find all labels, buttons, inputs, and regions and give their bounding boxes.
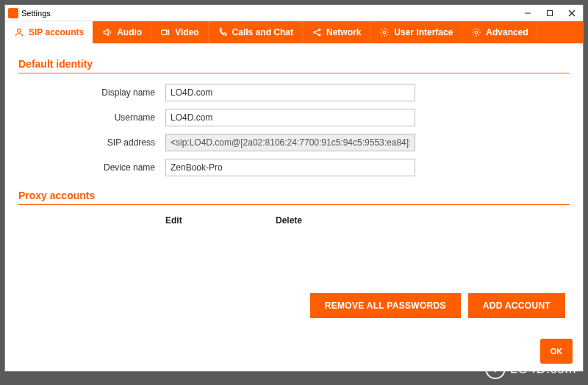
tab-label: Audio xyxy=(117,27,142,37)
tab-audio[interactable]: Audio xyxy=(93,21,151,43)
gear-icon xyxy=(379,27,390,37)
phone-icon xyxy=(218,27,228,37)
user-icon xyxy=(14,27,24,37)
col-delete: Delete xyxy=(276,215,386,226)
input-sip-address[interactable] xyxy=(165,134,415,151)
svg-rect-1 xyxy=(548,10,553,15)
svg-point-9 xyxy=(384,31,387,34)
proxy-table-header: Edit Delete xyxy=(18,215,570,226)
row-username: Username xyxy=(18,109,570,126)
tab-sip-accounts[interactable]: SIP accounts xyxy=(5,21,93,43)
content-area: Default identity Display name Username S… xyxy=(5,43,583,226)
label-sip-address: SIP address xyxy=(18,137,165,148)
section-title-proxy: Proxy accounts xyxy=(18,190,570,201)
tab-label: Calls and Chat xyxy=(232,27,293,37)
label-device-name: Device name xyxy=(18,162,165,173)
tab-video[interactable]: Video xyxy=(151,21,208,43)
section-rule xyxy=(18,73,570,73)
action-buttons: REMOVE ALL PASSWORDS ADD ACCOUNT xyxy=(310,293,565,318)
tab-advanced[interactable]: Advanced xyxy=(462,21,537,43)
col-edit: Edit xyxy=(165,215,276,226)
speaker-icon xyxy=(102,27,112,37)
settings-window: Settings SIP accounts xyxy=(4,4,584,372)
window-title: Settings xyxy=(21,9,51,18)
label-username: Username xyxy=(18,112,165,123)
section-title-identity: Default identity xyxy=(18,58,570,70)
input-username[interactable] xyxy=(165,109,415,126)
remove-all-passwords-button[interactable]: REMOVE ALL PASSWORDS xyxy=(310,293,461,318)
section-rule xyxy=(18,204,570,205)
gear-icon xyxy=(471,27,481,37)
tabs-filler xyxy=(538,21,583,43)
row-display-name: Display name xyxy=(18,84,570,101)
ok-button[interactable]: OK xyxy=(540,339,573,364)
tab-label: Network xyxy=(326,27,361,37)
app-icon xyxy=(8,8,18,18)
row-device-name: Device name xyxy=(18,159,570,176)
tab-label: SIP accounts xyxy=(29,27,84,37)
window-controls xyxy=(517,5,583,21)
svg-point-4 xyxy=(18,29,21,32)
close-button[interactable] xyxy=(561,5,583,21)
svg-point-8 xyxy=(318,34,320,35)
tab-label: Video xyxy=(175,27,198,37)
minimize-button[interactable] xyxy=(517,5,539,21)
tab-network[interactable]: Network xyxy=(303,21,370,43)
svg-point-6 xyxy=(313,32,315,33)
camera-icon xyxy=(160,27,171,37)
svg-point-7 xyxy=(318,29,320,30)
tab-user-interface[interactable]: User Interface xyxy=(370,21,462,43)
label-display-name: Display name xyxy=(18,87,165,98)
tab-label: Advanced xyxy=(486,27,528,37)
tab-label: User Interface xyxy=(394,27,453,37)
svg-point-10 xyxy=(476,31,478,34)
share-icon xyxy=(312,27,322,37)
maximize-button[interactable] xyxy=(539,5,561,21)
input-display-name[interactable] xyxy=(165,84,415,101)
titlebar: Settings xyxy=(5,5,583,21)
row-sip-address: SIP address xyxy=(18,134,570,151)
tab-calls-and-chat[interactable]: Calls and Chat xyxy=(209,21,303,43)
add-account-button[interactable]: ADD ACCOUNT xyxy=(468,293,565,318)
tabs-bar: SIP accounts Audio Video Calls and Chat xyxy=(5,21,583,43)
input-device-name[interactable] xyxy=(165,159,415,176)
svg-rect-5 xyxy=(162,30,167,35)
